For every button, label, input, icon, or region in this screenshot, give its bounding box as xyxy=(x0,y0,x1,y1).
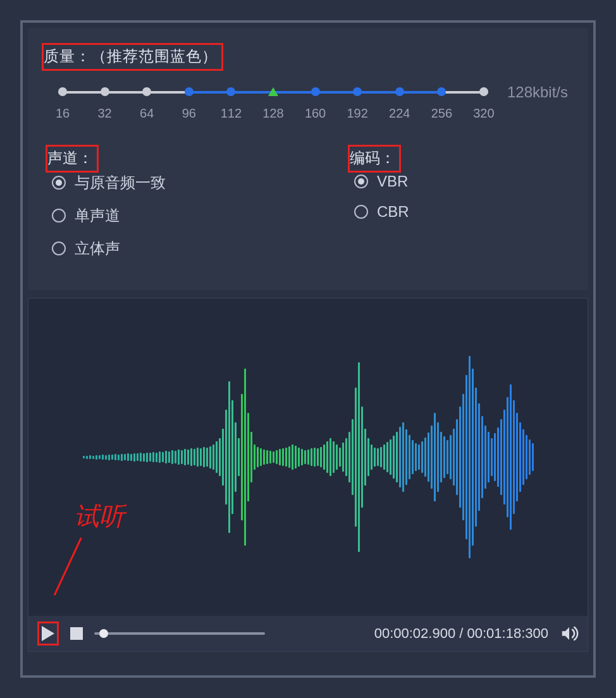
progress-slider[interactable] xyxy=(94,632,265,635)
waveform-bar xyxy=(86,456,88,459)
waveform-bar xyxy=(269,451,271,463)
slider-tick-label: 192 xyxy=(347,106,367,121)
slider-dot-icon xyxy=(479,87,488,96)
quality-label: 质量：（推荐范围蓝色） xyxy=(44,47,218,64)
annotation-quality-box: 质量：（推荐范围蓝色） xyxy=(42,43,223,71)
waveform-bar xyxy=(522,429,524,485)
waveform-bar xyxy=(409,435,410,479)
volume-icon[interactable] xyxy=(560,624,579,643)
waveform-bar xyxy=(424,438,426,477)
slider-tick[interactable]: 224 xyxy=(395,87,404,121)
radio-columns: 声道： 与原音频一致单声道立体声 编码： VBRCBR xyxy=(42,145,574,271)
waveform-bar xyxy=(194,449,195,465)
radio-icon xyxy=(52,209,66,223)
slider-tick[interactable]: 256 xyxy=(437,87,446,121)
waveform-bar xyxy=(159,451,161,463)
timecode: 00:00:02.900 / 00:01:18:300 xyxy=(374,625,548,642)
time-total: 00:01:18:300 xyxy=(467,625,548,641)
app-outer: 质量：（推荐范围蓝色） 1632649611212816019222425632… xyxy=(20,20,596,678)
waveform-bar xyxy=(206,448,208,467)
waveform-bar xyxy=(320,447,322,467)
slider-tick[interactable]: 96 xyxy=(185,87,194,121)
waveform-bar xyxy=(339,448,341,467)
waveform-bar xyxy=(311,448,312,466)
waveform-bar xyxy=(503,410,505,505)
waveform-bar xyxy=(178,450,180,465)
slider-tick[interactable]: 64 xyxy=(142,87,151,121)
radio-icon xyxy=(354,205,368,219)
waveform-bar xyxy=(456,419,458,495)
waveform-bar xyxy=(364,429,366,486)
channel-column: 声道： 与原音频一致单声道立体声 xyxy=(46,145,272,271)
waveform-bar xyxy=(137,453,139,461)
waveform-bar xyxy=(323,444,325,470)
waveform-bar xyxy=(250,432,252,482)
waveform-bar xyxy=(181,450,183,464)
annotation-play-box xyxy=(37,621,59,646)
waveform-bar xyxy=(235,422,237,492)
waveform-bar xyxy=(507,397,508,517)
slider-tick[interactable]: 160 xyxy=(311,87,320,121)
waveform-bar xyxy=(481,416,483,498)
slider-tick[interactable]: 112 xyxy=(226,87,235,121)
waveform-bar xyxy=(143,453,145,462)
encoding-radio-option[interactable]: VBR xyxy=(354,173,574,190)
progress-thumb[interactable] xyxy=(99,629,108,638)
preview-panel: 试听 00:00:02.900 / 00:01:18:300 xyxy=(28,298,588,652)
waveform-bar xyxy=(415,443,417,471)
channel-radio-option[interactable]: 与原音频一致 xyxy=(52,173,272,193)
waveform-bar xyxy=(133,453,135,462)
waveform-bar xyxy=(162,452,164,462)
slider-tick-label: 64 xyxy=(140,106,154,121)
waveform-bar xyxy=(273,451,274,463)
slider-dot-icon xyxy=(311,87,320,96)
waveform-bar xyxy=(529,439,531,475)
slider-dot-icon xyxy=(142,87,151,96)
waveform-bar xyxy=(247,413,249,501)
encoding-radio-option[interactable]: CBR xyxy=(354,203,574,221)
slider-current-marker-icon xyxy=(268,87,278,96)
waveform-bar xyxy=(149,453,151,462)
slider-tick[interactable]: 32 xyxy=(101,87,109,121)
waveform-bar xyxy=(99,455,101,459)
waveform-bar xyxy=(345,438,347,476)
waveform-bar xyxy=(358,362,360,552)
annotation-encoding-box: 编码： xyxy=(348,145,401,173)
waveform-bar xyxy=(333,441,335,473)
waveform-bar xyxy=(276,450,278,464)
waveform-bar xyxy=(532,443,534,471)
bitrate-slider[interactable]: 16326496112128160192224256320 xyxy=(58,82,488,121)
waveform-bar xyxy=(263,450,265,465)
channel-label-wrap: 声道： xyxy=(46,145,272,173)
waveform-bar xyxy=(298,448,300,467)
waveform-bar xyxy=(361,407,363,508)
slider-tick[interactable]: 320 xyxy=(479,87,488,121)
waveform-bar xyxy=(377,448,379,466)
waveform-bar xyxy=(292,444,293,470)
waveform-bar xyxy=(453,429,455,486)
slider-ticks: 16326496112128160192224256320 xyxy=(58,87,488,121)
waveform-bar xyxy=(348,432,350,482)
waveform-bar xyxy=(200,448,202,466)
slider-tick[interactable]: 192 xyxy=(353,87,362,121)
slider-tick-label: 160 xyxy=(305,106,326,121)
waveform-bar xyxy=(114,454,116,460)
waveform-bar xyxy=(89,455,91,459)
waveform-bar xyxy=(260,448,262,466)
waveform-bar xyxy=(450,435,452,479)
waveform-bar xyxy=(152,452,154,462)
channel-radio-option[interactable]: 单声道 xyxy=(52,205,272,226)
stop-button[interactable] xyxy=(70,627,83,640)
waveform-bar xyxy=(330,438,331,476)
bitrate-value: 128kbit/s xyxy=(507,82,568,101)
bitrate-slider-row: 16326496112128160192224256320 128kbit/s xyxy=(42,82,574,121)
slider-tick[interactable]: 128 xyxy=(269,87,278,121)
waveform-bar xyxy=(92,456,94,459)
waveform-bar xyxy=(440,432,442,482)
time-separator: / xyxy=(459,625,467,641)
waveform-bar xyxy=(238,438,240,476)
slider-tick[interactable]: 16 xyxy=(58,87,67,121)
play-button[interactable] xyxy=(42,626,54,641)
radio-icon xyxy=(52,176,66,190)
channel-radio-option[interactable]: 立体声 xyxy=(52,238,272,259)
